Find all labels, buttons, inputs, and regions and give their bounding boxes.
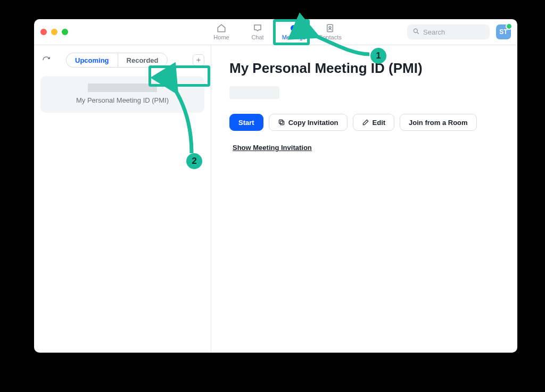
minimize-window-button[interactable] <box>51 29 57 35</box>
show-meeting-invitation-label: Show Meeting Invitation <box>233 144 312 152</box>
tab-contacts-label: Contacts <box>318 34 341 40</box>
svg-point-2 <box>329 27 331 29</box>
sidebar-toolbar: Upcoming Recorded ＋ <box>40 53 204 68</box>
search-icon <box>412 28 420 37</box>
show-meeting-invitation-link[interactable]: Show Meeting Invitation <box>233 144 499 152</box>
page-title: My Personal Meeting ID (PMI) <box>229 60 499 77</box>
add-meeting-button[interactable]: ＋ <box>193 54 204 66</box>
edit-button[interactable]: Edit <box>353 114 395 131</box>
svg-point-3 <box>414 29 417 32</box>
tab-chat-label: Chat <box>251 34 263 40</box>
start-button-label: Start <box>238 119 254 127</box>
plus-icon: ＋ <box>195 55 202 65</box>
window-controls <box>40 29 68 35</box>
avatar[interactable]: ST <box>496 24 511 39</box>
search-input[interactable]: Search <box>407 24 490 39</box>
app-window: Home Chat Meetings Contacts <box>34 19 517 353</box>
tab-contacts[interactable]: Contacts <box>312 19 348 45</box>
meeting-id-redacted <box>88 84 157 92</box>
title-bar: Home Chat Meetings Contacts <box>34 19 517 45</box>
meeting-id-redacted <box>229 86 279 99</box>
meeting-item-label: My Personal Meeting ID (PMI) <box>76 96 169 104</box>
sidebar: Upcoming Recorded ＋ My Personal Meeting … <box>34 45 211 353</box>
contacts-icon <box>325 23 335 33</box>
segment-upcoming[interactable]: Upcoming <box>66 53 118 68</box>
tab-home[interactable]: Home <box>203 19 240 45</box>
join-from-room-button[interactable]: Join from a Room <box>400 114 477 131</box>
tab-chat[interactable]: Chat <box>240 19 276 45</box>
join-from-room-label: Join from a Room <box>409 119 468 127</box>
tab-home-label: Home <box>213 34 229 40</box>
avatar-initials: ST <box>499 28 507 36</box>
segment-recorded-label: Recorded <box>127 56 159 64</box>
tab-meetings[interactable]: Meetings <box>276 19 312 45</box>
main-panel: My Personal Meeting ID (PMI) Start Copy … <box>211 45 517 353</box>
app-body: Upcoming Recorded ＋ My Personal Meeting … <box>34 45 517 353</box>
title-bar-right: Search ST <box>407 24 511 39</box>
close-window-button[interactable] <box>40 29 47 35</box>
meeting-list-item[interactable]: My Personal Meeting ID (PMI) <box>40 76 204 113</box>
segmented-control: Upcoming Recorded <box>66 53 168 68</box>
maximize-window-button[interactable] <box>62 29 68 35</box>
search-placeholder: Search <box>423 28 445 36</box>
clock-icon <box>289 23 299 33</box>
edit-button-label: Edit <box>373 119 386 127</box>
segment-upcoming-label: Upcoming <box>75 56 109 64</box>
tab-meetings-label: Meetings <box>282 34 306 40</box>
svg-rect-4 <box>280 121 284 125</box>
chat-icon <box>253 23 262 33</box>
top-nav-tabs: Home Chat Meetings Contacts <box>203 19 348 45</box>
svg-rect-5 <box>279 120 283 123</box>
segment-recorded[interactable]: Recorded <box>118 53 168 68</box>
start-button[interactable]: Start <box>229 114 263 131</box>
copy-invitation-button[interactable]: Copy Invitation <box>269 114 348 131</box>
copy-invitation-label: Copy Invitation <box>288 119 338 127</box>
home-icon <box>217 23 226 33</box>
pencil-icon <box>362 119 369 126</box>
refresh-button[interactable] <box>40 54 52 66</box>
copy-icon <box>278 119 285 126</box>
actions-row: Start Copy Invitation Edit Join from a R… <box>229 114 499 131</box>
refresh-icon <box>42 56 51 64</box>
